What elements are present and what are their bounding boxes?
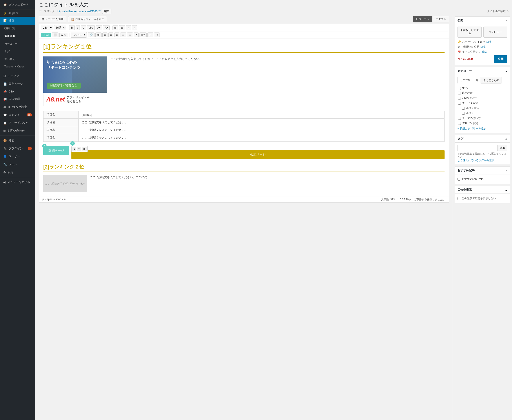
redo-button[interactable]: ↪ bbox=[154, 32, 160, 37]
a8-content: A8.net アフィリエイトを 始めるなら bbox=[46, 96, 90, 104]
underline-button[interactable]: U bbox=[81, 25, 86, 30]
mini-remove-button[interactable]: ⛓ bbox=[82, 147, 87, 151]
add-category-link[interactable]: + 新規カテゴリーを追加 bbox=[458, 127, 486, 130]
page-title[interactable]: ここにタイトルを入力 bbox=[39, 1, 89, 8]
section2-image: ここに広告タグ（300×350）をコピペ bbox=[43, 175, 87, 192]
popular-tags-link[interactable]: よく使われているタグから選択 bbox=[458, 159, 494, 162]
cat-checkbox-button[interactable] bbox=[462, 112, 465, 115]
cat-checkbox-design-settings[interactable] bbox=[458, 122, 461, 125]
cat-item-applied: 応用設定 bbox=[458, 90, 507, 96]
cat-checkbox-seo[interactable] bbox=[458, 87, 461, 90]
settings-icon: ⚙ bbox=[3, 171, 6, 174]
cat-checkbox-button-settings[interactable] bbox=[462, 107, 465, 110]
sidebar-item-users[interactable]: 👤 ユーザー bbox=[0, 152, 35, 160]
sidebar-item-settings[interactable]: ⚙ 設定 bbox=[0, 168, 35, 176]
sidebar-item-posts-list[interactable]: 投稿一覧 bbox=[0, 25, 35, 32]
style-button[interactable]: スタイル ▾ bbox=[71, 32, 87, 38]
strikethrough-button[interactable]: abc bbox=[87, 25, 95, 30]
editor-content[interactable]: [1]ランキング１位 初心者にも安心の サポートコンテンツ 登録無料・審査なし bbox=[39, 38, 449, 197]
quote-button[interactable]: ❝ bbox=[134, 32, 139, 37]
schedule-edit-link[interactable]: 編集 bbox=[482, 50, 487, 54]
cat-checkbox-editor-settings[interactable] bbox=[458, 102, 461, 105]
font-size-select[interactable]: 13pt bbox=[41, 25, 53, 30]
link-button[interactable]: 🔗 bbox=[88, 32, 95, 37]
add-media-button[interactable]: 🖼 メディアを追加 bbox=[39, 16, 66, 22]
ul-button[interactable]: ☰ bbox=[120, 32, 126, 37]
statusbar: p » span » span » a 文字数: 373 10:35:29 pm… bbox=[39, 197, 449, 202]
align-center-button[interactable]: ≡ bbox=[108, 32, 113, 37]
preview-button[interactable]: プレビュー bbox=[483, 27, 508, 38]
font-color-button[interactable]: A▾ bbox=[96, 25, 102, 30]
chat-button[interactable]: CHAT bbox=[41, 33, 51, 37]
sidebar-item-taxonomy-order[interactable]: Taxonomy Order bbox=[0, 63, 35, 70]
rank-button[interactable]: ▦ bbox=[119, 25, 125, 30]
sidebar-item-cta[interactable]: 📣 CTA bbox=[0, 88, 35, 95]
permalink-edit-button[interactable]: 編集 bbox=[102, 9, 111, 14]
sidebar-item-appearance[interactable]: 🎨 外観 bbox=[0, 137, 35, 144]
tab-text[interactable]: テキスト bbox=[433, 16, 449, 22]
heading1: [1]ランキング１位 bbox=[43, 43, 444, 53]
sidebar-item-html-tags[interactable]: 🏷 HTMLタグ設定 bbox=[0, 103, 35, 111]
sidebar-item-collapse[interactable]: ◀ メニューを閉じる bbox=[0, 178, 35, 186]
content-section-1: 初心者にも安心の サポートコンテンツ 登録無料・審査なし A8.net bbox=[43, 56, 444, 106]
ol-button[interactable]: ☰ bbox=[127, 32, 133, 37]
sidebar-item-tools[interactable]: 🔧 ツール bbox=[0, 160, 35, 168]
tab-visual[interactable]: ビジュアル bbox=[413, 16, 432, 22]
sidebar-item-pages[interactable]: 📄 固定ページ bbox=[0, 80, 35, 88]
status-edit-link[interactable]: 編集 bbox=[487, 40, 492, 44]
bold-button[interactable]: B bbox=[69, 25, 75, 30]
layout-button[interactable]: ≡ bbox=[126, 25, 131, 30]
bg-color-button[interactable]: A▾ bbox=[103, 25, 110, 30]
sidebar-item-posts[interactable]: 📝 投稿 bbox=[0, 17, 35, 25]
sidebar-item-ads[interactable]: 📢 広告管理 bbox=[0, 95, 35, 103]
save-draft-button[interactable]: 下書きとして保存 bbox=[458, 27, 482, 38]
table-cell-value: ここに説明文を入力してください。 bbox=[79, 119, 444, 126]
sidebar-item-label: フィードバック bbox=[8, 121, 29, 125]
ads-checkbox[interactable] bbox=[458, 197, 460, 200]
cat-checkbox-theme-usage[interactable] bbox=[458, 117, 461, 120]
undo-button[interactable]: ↩ bbox=[147, 32, 153, 37]
sidebar-item-label: 固定ページ bbox=[8, 82, 23, 86]
sidebar-item-plugins[interactable]: 🔌 プラグイン 7 bbox=[0, 144, 35, 152]
tags-chevron-icon: ▲ bbox=[505, 137, 507, 140]
sidebar-item-tags[interactable]: タグ bbox=[0, 48, 35, 55]
mini-edit-button[interactable]: ✏ bbox=[77, 147, 81, 151]
permalink-url[interactable]: https://jin-theme.com/manual/4033-2/ bbox=[57, 10, 100, 13]
sidebar-item-media[interactable]: 🖼 メディア bbox=[0, 72, 35, 80]
sidebar-item-posts-new[interactable]: 新規追加 bbox=[0, 32, 35, 40]
sidebar-item-feedback[interactable]: 📋 フィードバック bbox=[0, 119, 35, 127]
align-left-button[interactable]: ≡ bbox=[102, 32, 107, 37]
table-cell-label: 項目名 bbox=[44, 119, 79, 126]
tools-icon: 🔧 bbox=[3, 163, 7, 166]
insert-table-button[interactable]: ⊞▾ bbox=[140, 32, 147, 37]
cat-checkbox-jin-usage[interactable] bbox=[458, 97, 461, 99]
sidebar-item-categories[interactable]: カテゴリー bbox=[0, 40, 35, 48]
cat-tab-all[interactable]: カテゴリー一覧 bbox=[458, 77, 481, 83]
tag-add-button[interactable]: 追加 bbox=[497, 145, 507, 151]
italic-button[interactable]: I bbox=[75, 25, 80, 30]
layout2-button[interactable]: ≡ bbox=[132, 25, 137, 30]
sidebar-item-jetpack[interactable]: ⚡ Jetpack bbox=[0, 9, 35, 17]
detail-page-button[interactable]: 詳細ページ bbox=[43, 146, 69, 155]
sidebar-item-sort[interactable]: 並べ替え bbox=[0, 55, 35, 63]
abc2-button[interactable]: ABC bbox=[59, 33, 68, 37]
sidebar-item-contact[interactable]: ✉ お問い合わせ bbox=[0, 127, 35, 135]
categories-panel-body: カテゴリー一覧 よく使うもの SEO 応用設定 bbox=[455, 75, 510, 133]
visibility-edit-link[interactable]: 編集 bbox=[481, 45, 486, 49]
official-page-button[interactable]: 公式ページ bbox=[71, 150, 444, 159]
delete-link[interactable]: ゴミ箱へ移動 bbox=[458, 56, 473, 62]
tag-input[interactable] bbox=[458, 145, 496, 151]
mini-hash-button[interactable]: # bbox=[72, 147, 76, 151]
add-form-button[interactable]: 📋 お問合せフォームを追加 bbox=[68, 16, 107, 22]
publish-button[interactable]: 公開 bbox=[494, 55, 507, 63]
unlink-button[interactable]: ⛓ bbox=[95, 32, 102, 37]
align-right-button[interactable]: ≡ bbox=[114, 32, 119, 37]
recommend-checkbox[interactable] bbox=[458, 178, 460, 180]
box-button[interactable]: ⬜ bbox=[52, 32, 59, 37]
format-select[interactable]: 段落 bbox=[54, 25, 66, 30]
sidebar-item-label: 新規追加 bbox=[4, 34, 15, 38]
cat-checkbox-applied[interactable] bbox=[458, 92, 461, 94]
cat-tab-common[interactable]: よく使うもの bbox=[481, 77, 501, 83]
table-button[interactable]: ⊞ bbox=[113, 25, 118, 30]
sidebar-item-comments[interactable]: 💬 コメント 16 bbox=[0, 111, 35, 119]
